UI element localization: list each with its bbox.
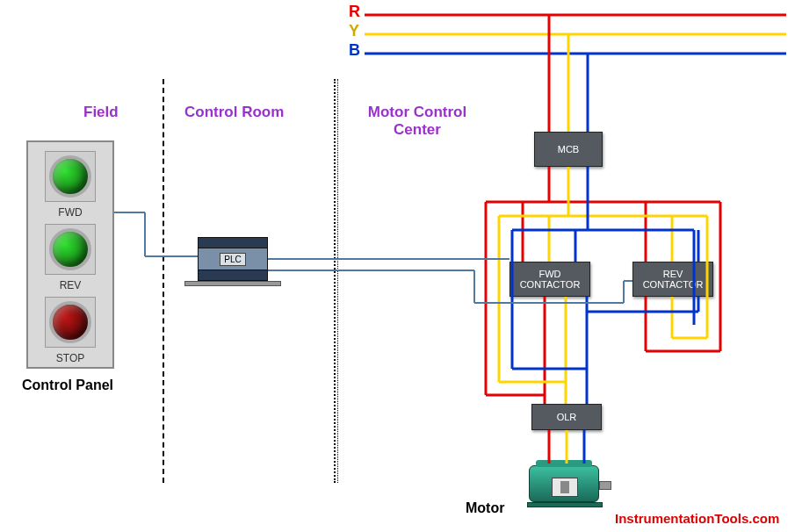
label-control-room: Control Room [184, 104, 284, 121]
label-field: Field [83, 104, 119, 121]
motor-caption: Motor [466, 500, 504, 516]
olr-unit: OLR [531, 404, 602, 430]
phase-y-label: Y [349, 22, 359, 40]
fwd-contactor-label: FWD CONTACTOR [510, 269, 589, 290]
phase-b-label: B [349, 41, 360, 60]
divider-room-mcc [334, 79, 336, 483]
plc-label: PLC [220, 253, 245, 266]
phase-r-label: R [349, 3, 360, 21]
control-panel-caption: Control Panel [22, 377, 113, 393]
divider-field-room [163, 79, 164, 483]
rev-button-label: REV [44, 279, 97, 291]
plc-unit: PLC [198, 237, 268, 281]
divider-room-mcc-2 [337, 79, 338, 483]
plc-rail [184, 281, 281, 286]
fwd-button[interactable] [49, 155, 91, 198]
fwd-contactor-unit: FWD CONTACTOR [510, 262, 590, 297]
label-mcc: Motor Control Center [351, 104, 483, 139]
stop-button[interactable] [49, 301, 91, 343]
olr-label: OLR [557, 412, 577, 422]
rev-contactor-label: REV CONTACTOR [633, 269, 712, 290]
fwd-button-label: FWD [44, 206, 97, 219]
watermark: InstrumentationTools.com [615, 511, 779, 526]
rev-contactor-unit: REV CONTACTOR [632, 262, 713, 297]
stop-button-label: STOP [44, 352, 97, 364]
rev-button[interactable] [49, 228, 91, 270]
motor-unit [518, 457, 615, 509]
mcb-label: MCB [558, 144, 579, 155]
mcb-unit: MCB [534, 132, 603, 167]
